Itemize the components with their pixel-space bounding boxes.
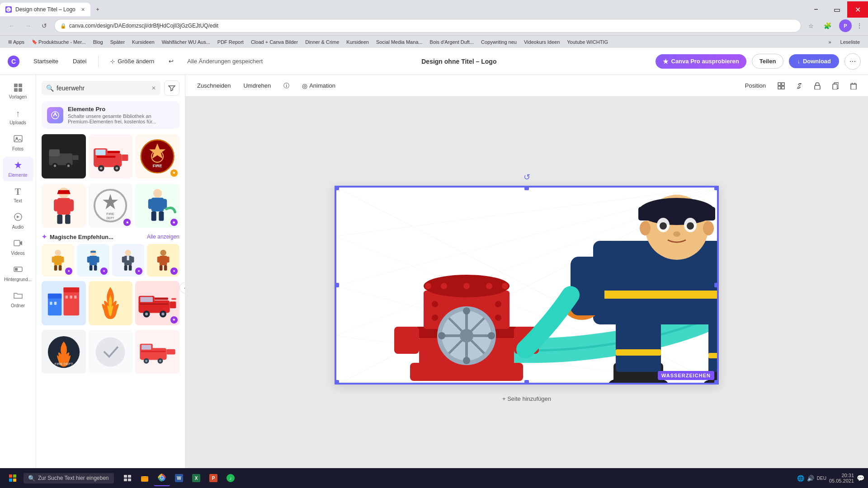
search-result-6[interactable]: ★ [135,184,179,228]
bookmark-star-button[interactable]: ☆ [805,19,817,32]
browser-extension-button[interactable]: 🧩 [821,19,834,32]
close-button[interactable]: ✕ [847,1,868,18]
bookmark-youtube[interactable]: Youtube WICHTIG [564,38,611,46]
powerpoint-app[interactable]: P [205,470,222,486]
bg-item-4[interactable]: FIRE DEPT [42,330,86,374]
bookmark-videokurs[interactable]: Videokurs Ideen [521,38,562,46]
magic-item-4[interactable]: ★ [147,244,179,277]
bookmark-kursideen1[interactable]: Kursideen [129,38,157,46]
link-button[interactable] [792,79,807,93]
sidebar-item-text[interactable]: T Text [3,183,33,207]
active-tab[interactable]: C Design ohne Titel – Logo ✕ [0,3,90,16]
canva-pro-button[interactable]: ★ Canva Pro ausprobieren [656,54,746,69]
search-result-1[interactable] [42,134,86,178]
magic-item-2[interactable]: ★ [77,244,109,277]
bg-item-5[interactable] [89,330,133,374]
delete-button[interactable] [846,79,861,93]
bookmark-spaeter[interactable]: Später [108,38,127,46]
undo-button[interactable]: ↩ [164,55,178,67]
bg-item-2[interactable] [89,281,133,325]
umdrehen-button[interactable]: Umdrehen [239,80,275,92]
restore-button[interactable]: ▭ [826,1,847,18]
share-button[interactable]: Teilen [752,54,784,69]
search-result-4[interactable] [42,184,86,228]
address-bar[interactable]: 🔒 canva.com/design/DAEdomzscjl/drBfjHdCo… [54,19,801,33]
magic-item-3[interactable]: ★ [112,244,145,277]
bookmark-wahlfaecher[interactable]: Wahlfächer WU Aus... [159,38,213,46]
svg-point-51 [55,250,61,256]
bookmark-social[interactable]: Social Media Mana... [373,38,425,46]
tray-network-icon[interactable]: 🌐 [797,475,804,482]
bg-item-3[interactable]: ★ [135,281,179,325]
browser-menu-button[interactable]: ⋮ [856,22,863,29]
tray-sound-icon[interactable]: 🔊 [807,475,814,482]
word-app[interactable]: W [171,470,187,486]
bookmark-cload[interactable]: Cload + Canva Bilder [248,38,301,46]
sidebar-item-vorlagen[interactable]: Vorlagen [3,79,33,103]
sidebar-item-ordner[interactable]: Ordner [3,287,33,312]
minimize-button[interactable]: − [806,1,826,18]
add-page-button[interactable]: + Seite hinzufügen [502,395,551,402]
search-result-2[interactable] [89,134,133,178]
info-button[interactable]: ⓘ [279,79,294,93]
bookmark-copywriting[interactable]: Copywriting neu [478,38,519,46]
taskview-button[interactable] [119,470,136,486]
bookmark-leseliste[interactable]: Leseliste [838,38,863,46]
magic-item-1[interactable]: ★ [42,244,74,277]
canvas-content[interactable]: ↺ [185,97,868,481]
bg-item-6[interactable] [135,330,179,374]
chrome-app[interactable] [154,470,170,486]
bookmark-dinner[interactable]: Dinner & Crime [302,38,342,46]
info-icon: ⓘ [283,82,289,90]
canvas-page[interactable]: WASSERZEICHEN [335,186,719,385]
bookmark-produktsuche[interactable]: 🔖 Produktsuche - Mer... [29,38,89,46]
animation-button[interactable]: ◎ Animation [297,80,340,92]
sidebar-item-videos[interactable]: Videos [3,235,33,259]
sidebar-item-elemente[interactable]: Elemente [3,157,33,181]
file-explorer-app[interactable] [137,470,153,486]
bookmark-kursideen2[interactable]: Kursideen [344,38,372,46]
watermark: WASSERZEICHEN [658,371,714,380]
bookmark-apps[interactable]: ⊞ Apps [5,38,27,46]
back-button[interactable]: ← [5,19,18,32]
datei-button[interactable]: Datei [68,55,91,67]
forward-button[interactable]: → [22,19,34,32]
grid-view-button[interactable] [774,79,788,93]
sidebar-item-hintergrund[interactable]: Hintergrund... [3,261,33,286]
search-clear-button[interactable]: ✕ [151,85,156,91]
rotation-handle[interactable]: ↺ [524,172,530,182]
see-all-button[interactable]: Alle anzeigen [147,234,179,240]
zuschneiden-button[interactable]: Zuschneiden [193,80,235,92]
tray-notification-icon[interactable]: 💬 [857,474,864,482]
more-options-button[interactable]: ··· [844,53,861,70]
sidebar-item-uploads[interactable]: ↑ Uploads [3,105,33,129]
bookmark-blog[interactable]: Blog [90,38,106,46]
canva-logo[interactable]: C [7,55,20,68]
groesse-aendern-button[interactable]: ⊹ Größe ändern [106,55,159,67]
tray-clock[interactable]: 20:31 05.05.2021 [829,473,854,483]
sidebar-item-audio[interactable]: Audio [3,209,33,233]
profile-avatar[interactable]: P [839,19,852,32]
start-button[interactable] [4,470,22,486]
reload-button[interactable]: ↺ [38,19,51,32]
taskbar-search[interactable]: 🔍 Zur Suche Text hier eingeben [24,473,114,483]
filter-button[interactable] [164,80,179,96]
bookmark-pdf[interactable]: PDF Report [215,38,246,46]
new-tab-button[interactable]: + [90,3,105,16]
search-input[interactable] [57,84,149,92]
bookmark-bois[interactable]: Bois d'Argent Duft... [427,38,476,46]
copy-button[interactable] [828,79,843,93]
excel-app[interactable]: X [188,470,204,486]
search-result-3[interactable]: FIRE ★ [135,134,179,178]
search-result-5[interactable]: FIRE DEPT ★ [89,184,133,228]
tab-close-icon[interactable]: ✕ [81,7,85,13]
pro-banner[interactable]: Elemente Pro Schalte unsere gesamte Bibl… [42,101,179,129]
lock-button[interactable] [810,79,825,93]
music-app[interactable]: ♪ [222,470,239,486]
sidebar-item-fotos[interactable]: Fotos [3,131,33,155]
download-button[interactable]: ↓ Download [789,54,839,68]
bg-item-1[interactable] [42,281,86,325]
startseite-button[interactable]: Startseite [29,55,63,67]
position-button[interactable]: Position [741,80,770,92]
bookmarks-more-button[interactable]: » [826,38,834,46]
